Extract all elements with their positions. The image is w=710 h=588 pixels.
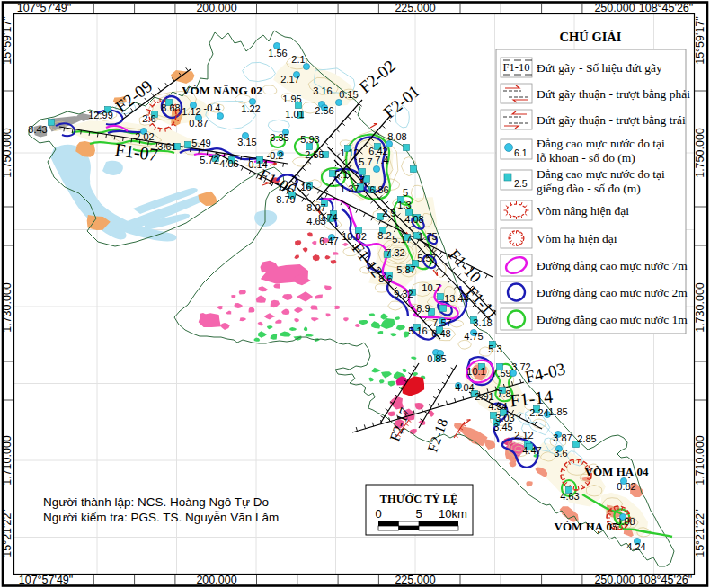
svg-text:F1-10: F1-10 <box>503 61 530 74</box>
svg-text:0.15: 0.15 <box>339 89 358 100</box>
svg-text:13.44: 13.44 <box>444 293 469 304</box>
svg-text:8.68: 8.68 <box>161 102 180 113</box>
svg-text:4.34: 4.34 <box>488 401 507 412</box>
svg-text:6.1: 6.1 <box>514 147 528 158</box>
svg-text:3.72: 3.72 <box>511 361 530 372</box>
svg-text:0.14: 0.14 <box>248 159 267 170</box>
svg-text:giếng đào - số đo (m): giếng đào - số đo (m) <box>537 182 641 195</box>
svg-text:250.000: 250.000 <box>594 2 635 14</box>
svg-text:5: 5 <box>415 507 422 521</box>
svg-text:12.99: 12.99 <box>88 110 113 120</box>
svg-text:Đứt gãy thuận - trượt bằng phả: Đứt gãy thuận - trượt bằng phải <box>537 87 690 101</box>
svg-text:1.85: 1.85 <box>548 406 567 417</box>
svg-text:1.750.000: 1.750.000 <box>694 128 706 178</box>
svg-text:4.08: 4.08 <box>404 214 423 225</box>
svg-text:8.9: 8.9 <box>416 303 430 314</box>
svg-text:4.04: 4.04 <box>455 382 474 393</box>
svg-text:2.56: 2.56 <box>315 105 333 116</box>
svg-text:1.730.000: 1.730.000 <box>694 282 706 333</box>
svg-text:1.95: 1.95 <box>282 94 301 104</box>
svg-text:200.000: 200.000 <box>196 574 236 586</box>
svg-text:15°21'22": 15°21'22" <box>1 509 13 557</box>
svg-text:3.35: 3.35 <box>270 132 288 143</box>
svg-text:3.61: 3.61 <box>157 141 176 152</box>
svg-text:VÒM HẠ 05: VÒM HẠ 05 <box>555 520 618 533</box>
svg-text:1.12: 1.12 <box>340 147 359 158</box>
svg-text:107°57'49": 107°57'49" <box>17 2 72 14</box>
svg-text:2.5: 2.5 <box>514 178 528 189</box>
svg-text:8.2: 8.2 <box>377 230 391 241</box>
svg-text:7.8: 7.8 <box>497 388 510 399</box>
svg-text:15°59'17": 15°59'17" <box>1 16 13 65</box>
svg-text:4.24: 4.24 <box>626 541 645 552</box>
svg-text:CHÚ GIẢI: CHÚ GIẢI <box>560 30 622 44</box>
svg-text:0.85: 0.85 <box>427 353 446 364</box>
svg-text:Đứt gãy thuận - trượt bằng trá: Đứt gãy thuận - trượt bằng trái <box>537 113 686 127</box>
svg-text:Đường đẳng cao mực nước 7m: Đường đẳng cao mực nước 7m <box>537 259 688 272</box>
svg-text:2.55: 2.55 <box>305 149 324 160</box>
svg-text:15°59'17": 15°59'17" <box>694 16 706 65</box>
svg-text:8.43: 8.43 <box>28 124 47 135</box>
svg-text:5.7: 5.7 <box>359 156 372 167</box>
svg-text:9.32: 9.32 <box>394 289 413 299</box>
svg-text:6.86: 6.86 <box>369 184 388 195</box>
svg-text:VÒM HẠ 04: VÒM HẠ 04 <box>585 465 649 478</box>
svg-text:6.48: 6.48 <box>431 328 450 339</box>
svg-text:5.16: 5.16 <box>408 325 427 336</box>
svg-text:Người kiểm tra: PGS. TS. Nguyễ: Người kiểm tra: PGS. TS. Nguyễn Văn Lâm <box>43 511 279 524</box>
svg-text:225.000: 225.000 <box>395 574 435 586</box>
svg-text:5.49: 5.49 <box>191 138 210 148</box>
svg-text:8.6: 8.6 <box>378 273 392 284</box>
svg-text:3.15: 3.15 <box>237 137 256 147</box>
svg-text:7.16: 7.16 <box>292 182 311 192</box>
svg-text:3.18: 3.18 <box>473 317 492 328</box>
svg-text:7.59: 7.59 <box>492 368 510 379</box>
svg-text:3.16: 3.16 <box>313 85 332 96</box>
svg-text:4.75: 4.75 <box>464 331 483 342</box>
svg-text:4.06: 4.06 <box>219 158 238 169</box>
svg-text:5.72: 5.72 <box>200 155 218 165</box>
svg-text:3.45: 3.45 <box>493 422 512 432</box>
svg-text:2.9: 2.9 <box>382 208 395 218</box>
svg-text:2.6: 2.6 <box>142 113 155 124</box>
svg-text:2.24: 2.24 <box>529 407 548 418</box>
svg-text:Người thành lập: NCS. Hoàng Ng: Người thành lập: NCS. Hoàng Ngô Tự Do <box>43 495 269 509</box>
svg-text:1.730.000: 1.730.000 <box>1 282 13 333</box>
svg-text:8.79: 8.79 <box>276 194 295 205</box>
svg-text:8.08: 8.08 <box>387 131 406 142</box>
svg-text:10km: 10km <box>439 507 467 521</box>
svg-text:108°45'26": 108°45'26" <box>639 2 694 14</box>
svg-text:-0.4: -0.4 <box>204 102 221 113</box>
svg-text:7.4: 7.4 <box>375 155 388 165</box>
svg-text:2.17: 2.17 <box>280 74 299 85</box>
svg-text:7.57: 7.57 <box>432 317 451 328</box>
svg-text:10.1: 10.1 <box>466 366 485 377</box>
svg-text:5.17: 5.17 <box>392 234 411 245</box>
svg-text:Đường đẳng cao mực nước 1m: Đường đẳng cao mực nước 1m <box>537 313 688 326</box>
svg-text:5.3: 5.3 <box>488 343 501 354</box>
svg-text:5: 5 <box>403 187 408 198</box>
svg-text:Vòm nâng hiện đại: Vòm nâng hiện đại <box>537 204 629 218</box>
svg-text:0.87: 0.87 <box>189 118 208 129</box>
svg-text:10.7: 10.7 <box>422 282 440 293</box>
svg-text:5.57: 5.57 <box>417 253 436 263</box>
svg-text:Đẳng cao mực nước đo tại: Đẳng cao mực nước đo tại <box>537 137 665 150</box>
svg-text:1.12: 1.12 <box>182 106 200 117</box>
svg-text:6.47: 6.47 <box>319 236 338 246</box>
svg-text:Vòm hạ hiện đại: Vòm hạ hiện đại <box>537 232 617 245</box>
svg-text:-0.2: -0.2 <box>267 150 284 161</box>
svg-text:1.37: 1.37 <box>340 183 359 194</box>
svg-text:1.710.000: 1.710.000 <box>1 435 13 486</box>
svg-text:THƯỚC TỶ LỆ: THƯỚC TỶ LỆ <box>380 493 458 505</box>
svg-text:1.56: 1.56 <box>268 48 287 58</box>
svg-text:Đứt gãy - Số hiệu đứt gãy: Đứt gãy - Số hiệu đứt gãy <box>537 61 662 75</box>
svg-text:225.000: 225.000 <box>395 2 435 14</box>
svg-text:VÒM NÂNG 02: VÒM NÂNG 02 <box>182 84 262 97</box>
svg-text:lỗ khoan - số đo (m): lỗ khoan - số đo (m) <box>537 151 635 165</box>
svg-text:2.1: 2.1 <box>291 54 305 65</box>
svg-text:4.63: 4.63 <box>560 491 579 502</box>
svg-text:7.32: 7.32 <box>386 247 404 258</box>
svg-text:1.75: 1.75 <box>418 231 437 242</box>
svg-text:2.85: 2.85 <box>577 433 596 444</box>
svg-text:2.02: 2.02 <box>135 131 154 142</box>
